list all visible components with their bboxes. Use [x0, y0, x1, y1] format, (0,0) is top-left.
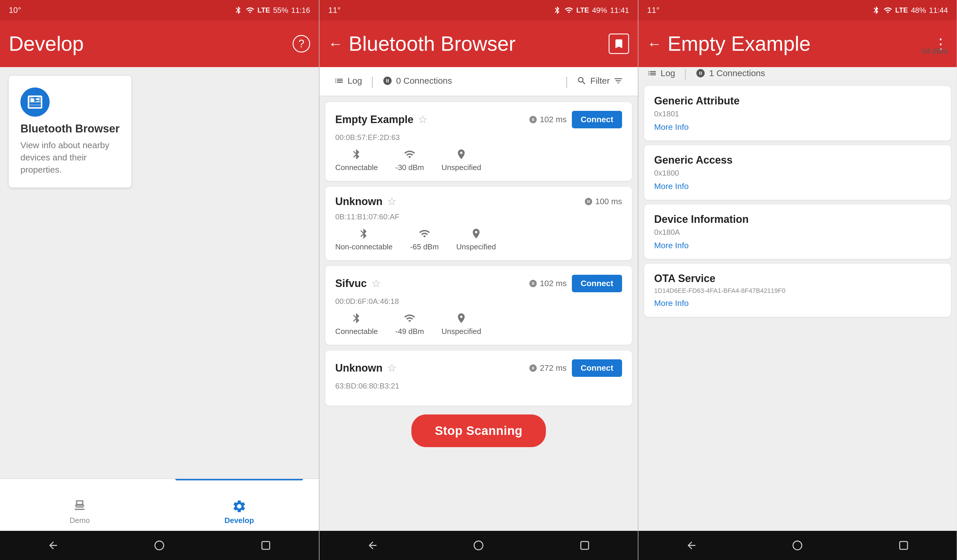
tab-log-2[interactable]: Log [325, 67, 371, 96]
bluetooth-icon-2 [553, 6, 562, 14]
svg-rect-3 [581, 542, 589, 549]
home-sys-btn-2[interactable] [471, 538, 486, 553]
services-list: Generic Attribute 0x1801 More Info Gener… [638, 80, 957, 531]
app-bar-title-1: Develop [9, 32, 293, 55]
help-icon-1[interactable]: ? [293, 35, 310, 52]
home-sys-btn-1[interactable] [152, 538, 167, 553]
more-info-link-2[interactable]: More Info [654, 241, 689, 250]
flask-icon [73, 499, 87, 514]
more-info-link-3[interactable]: More Info [654, 299, 689, 308]
stop-scan-btn[interactable]: Stop Scanning [411, 415, 546, 447]
interval-0: 102 ms [529, 115, 567, 124]
develop-label: Develop [224, 516, 254, 525]
star-icon-3[interactable]: ☆ [387, 362, 396, 374]
device-mac-2: 00:0D:6F:0A:46:18 [335, 297, 622, 306]
connectable-1: Non-connectable [335, 242, 393, 251]
back-sys-btn-1[interactable] [46, 538, 60, 553]
recents-sys-btn-3[interactable] [896, 538, 911, 553]
star-icon-2[interactable]: ☆ [371, 278, 381, 290]
panel-empty-example: 11° LTE 48% 11:44 ← Empty Example ⋮ -34 … [638, 0, 957, 560]
log-icon-3 [647, 68, 657, 78]
wifi-prop-icon-2 [404, 312, 415, 324]
tab-log-3[interactable]: Log [638, 67, 684, 80]
monitor-icon [26, 93, 44, 111]
recents-sys-btn-1[interactable] [259, 538, 273, 553]
service-name-0: Generic Attribute [654, 95, 941, 107]
nav-develop[interactable]: Develop [160, 479, 319, 531]
bluetooth-browser-card[interactable]: Bluetooth Browser View info about nearby… [9, 76, 131, 188]
rssi-1: -65 dBm [410, 242, 439, 251]
panel-bluetooth-browser: 11° LTE 49% 11:41 ← Bluetooth Browser Lo… [319, 0, 638, 560]
interval-3: 272 ms [529, 363, 567, 373]
bt-prop-icon-0 [351, 148, 362, 160]
connections-icon-2 [382, 76, 392, 86]
signal-left-3: 11° [647, 6, 659, 15]
connect-btn-3[interactable]: Connect [572, 359, 622, 377]
service-card-1[interactable]: Generic Access 0x1800 More Info [644, 145, 951, 200]
bottom-nav-1: Demo Develop [0, 478, 319, 531]
device-name-3: Unknown [335, 362, 382, 374]
svg-point-2 [474, 541, 483, 550]
device-card-2[interactable]: Sifvuc ☆ 102 ms Connect 00:0D:6F:0A:46:1… [325, 266, 632, 345]
status-icons-3: LTE 48% 11:44 [872, 6, 948, 15]
service-card-0[interactable]: Generic Attribute 0x1801 More Info [644, 86, 951, 140]
connections-icon-3 [696, 68, 706, 78]
connect-btn-2[interactable]: Connect [572, 275, 622, 292]
bluetooth-icon-3 [872, 6, 881, 14]
star-icon-0[interactable]: ☆ [418, 114, 428, 126]
device-card-header-2: Sifvuc ☆ 102 ms Connect [335, 275, 622, 292]
status-bar-2: 11° LTE 49% 11:41 [319, 0, 638, 21]
tab-connections-3[interactable]: 1 Connections [687, 67, 774, 80]
back-sys-btn-3[interactable] [684, 538, 699, 553]
app-bar-title-2: Bluetooth Browser [349, 32, 609, 55]
back-btn-3[interactable]: ← [647, 35, 662, 52]
device-props-0: Connectable -30 dBm Unspecified [335, 148, 622, 172]
location-icon-2 [455, 312, 467, 324]
device-card-header-0: Empty Example ☆ 102 ms Connect [335, 111, 622, 128]
tab-connections-2[interactable]: 0 Connections [374, 67, 461, 96]
recents-sys-btn-2[interactable] [577, 538, 592, 553]
tab-divider-2a: | [371, 75, 374, 88]
panel-develop: 10° LTE 55% 11:16 Develop ? [0, 0, 319, 560]
star-icon-1[interactable]: ☆ [387, 196, 396, 208]
device-card-1[interactable]: Unknown ☆ 100 ms 0B:11:B1:07:60:AF Non-c… [325, 187, 632, 260]
back-btn-2[interactable]: ← [328, 35, 343, 52]
service-card-2[interactable]: Device Information 0x180A More Info [644, 205, 951, 259]
bookmark-btn-2[interactable] [609, 33, 629, 54]
tab-filter-label-2: Filter [590, 76, 610, 86]
more-info-link-1[interactable]: More Info [654, 182, 689, 191]
service-uuid-2: 0x180A [654, 228, 941, 237]
lte-badge-3: LTE [895, 6, 908, 14]
more-info-link-0[interactable]: More Info [654, 123, 689, 131]
app-bar-1: Develop ? [0, 21, 319, 67]
service-name-1: Generic Access [654, 154, 941, 166]
home-sys-btn-3[interactable] [790, 538, 805, 553]
tab-connections-label-2: 0 Connections [396, 76, 452, 86]
connect-btn-0[interactable]: Connect [572, 111, 622, 128]
service-card-3[interactable]: OTA Service 1D14D6EE-FD63-4FA1-BFA4-8F47… [644, 263, 951, 317]
device-card-0[interactable]: Empty Example ☆ 102 ms Connect 00:0B:57:… [325, 102, 632, 181]
status-bar-1: 10° LTE 55% 11:16 [0, 0, 319, 21]
battery-3: 48% [911, 6, 926, 15]
time-2: 11:41 [610, 6, 629, 15]
wifi-prop-icon-1 [418, 228, 430, 240]
device-props-2: Connectable -49 dBm Unspecified [335, 312, 622, 336]
back-sys-btn-2[interactable] [365, 538, 380, 553]
device-card-3[interactable]: Unknown ☆ 272 ms Connect 63:BD:06:80:B3:… [325, 350, 632, 406]
app-bar-2: ← Bluetooth Browser [319, 21, 638, 67]
device-name-2: Sifvuc [335, 278, 367, 290]
interval-2: 102 ms [529, 279, 567, 288]
connectable-2: Connectable [335, 327, 378, 336]
tab-log-label-3: Log [660, 68, 675, 78]
service-uuid-3: 1D14D6EE-FD63-4FA1-BFA4-8F47B42119F0 [654, 287, 941, 295]
tab-divider-2b: | [565, 75, 568, 88]
tab-filter-2[interactable]: Filter [568, 67, 632, 96]
tab-bar-3: Log | 1 Connections [638, 67, 957, 80]
content-area-1: Bluetooth Browser View info about nearby… [0, 67, 319, 478]
bt-prop-icon-1 [358, 228, 370, 240]
nav-demo[interactable]: Demo [0, 479, 160, 531]
signal-left-1: 10° [9, 6, 21, 15]
bt-prop-icon-2 [351, 312, 362, 324]
rssi-badge-3: -34 dBm [919, 47, 948, 56]
status-icons-2: LTE 49% 11:41 [553, 6, 629, 15]
